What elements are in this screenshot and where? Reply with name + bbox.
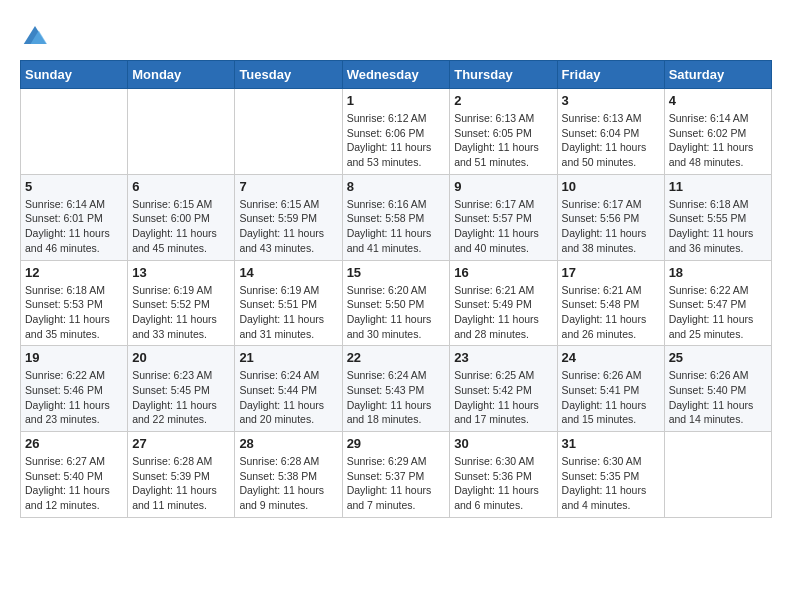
day-number: 22 xyxy=(347,350,446,365)
day-cell: 23Sunrise: 6:25 AM Sunset: 5:42 PM Dayli… xyxy=(450,346,557,432)
day-info: Sunrise: 6:13 AM Sunset: 6:05 PM Dayligh… xyxy=(454,111,552,170)
day-info: Sunrise: 6:22 AM Sunset: 5:47 PM Dayligh… xyxy=(669,283,767,342)
day-info: Sunrise: 6:21 AM Sunset: 5:48 PM Dayligh… xyxy=(562,283,660,342)
day-cell: 27Sunrise: 6:28 AM Sunset: 5:39 PM Dayli… xyxy=(128,432,235,518)
day-cell: 16Sunrise: 6:21 AM Sunset: 5:49 PM Dayli… xyxy=(450,260,557,346)
day-cell: 14Sunrise: 6:19 AM Sunset: 5:51 PM Dayli… xyxy=(235,260,342,346)
day-info: Sunrise: 6:30 AM Sunset: 5:36 PM Dayligh… xyxy=(454,454,552,513)
day-cell: 2Sunrise: 6:13 AM Sunset: 6:05 PM Daylig… xyxy=(450,89,557,175)
day-number: 11 xyxy=(669,179,767,194)
day-number: 3 xyxy=(562,93,660,108)
day-cell: 22Sunrise: 6:24 AM Sunset: 5:43 PM Dayli… xyxy=(342,346,450,432)
day-cell: 21Sunrise: 6:24 AM Sunset: 5:44 PM Dayli… xyxy=(235,346,342,432)
day-cell: 19Sunrise: 6:22 AM Sunset: 5:46 PM Dayli… xyxy=(21,346,128,432)
week-row-3: 12Sunrise: 6:18 AM Sunset: 5:53 PM Dayli… xyxy=(21,260,772,346)
day-number: 18 xyxy=(669,265,767,280)
logo-icon xyxy=(20,20,50,50)
calendar-header: SundayMondayTuesdayWednesdayThursdayFrid… xyxy=(21,61,772,89)
day-number: 17 xyxy=(562,265,660,280)
weekday-header-thursday: Thursday xyxy=(450,61,557,89)
day-cell: 25Sunrise: 6:26 AM Sunset: 5:40 PM Dayli… xyxy=(664,346,771,432)
day-cell: 1Sunrise: 6:12 AM Sunset: 6:06 PM Daylig… xyxy=(342,89,450,175)
day-cell: 9Sunrise: 6:17 AM Sunset: 5:57 PM Daylig… xyxy=(450,174,557,260)
day-cell: 30Sunrise: 6:30 AM Sunset: 5:36 PM Dayli… xyxy=(450,432,557,518)
weekday-header-sunday: Sunday xyxy=(21,61,128,89)
day-cell: 24Sunrise: 6:26 AM Sunset: 5:41 PM Dayli… xyxy=(557,346,664,432)
weekday-row: SundayMondayTuesdayWednesdayThursdayFrid… xyxy=(21,61,772,89)
day-cell: 29Sunrise: 6:29 AM Sunset: 5:37 PM Dayli… xyxy=(342,432,450,518)
day-info: Sunrise: 6:18 AM Sunset: 5:53 PM Dayligh… xyxy=(25,283,123,342)
day-info: Sunrise: 6:26 AM Sunset: 5:40 PM Dayligh… xyxy=(669,368,767,427)
day-number: 19 xyxy=(25,350,123,365)
day-info: Sunrise: 6:28 AM Sunset: 5:38 PM Dayligh… xyxy=(239,454,337,513)
day-number: 25 xyxy=(669,350,767,365)
logo xyxy=(20,20,56,50)
day-number: 1 xyxy=(347,93,446,108)
day-cell: 11Sunrise: 6:18 AM Sunset: 5:55 PM Dayli… xyxy=(664,174,771,260)
day-cell: 5Sunrise: 6:14 AM Sunset: 6:01 PM Daylig… xyxy=(21,174,128,260)
day-info: Sunrise: 6:12 AM Sunset: 6:06 PM Dayligh… xyxy=(347,111,446,170)
day-number: 9 xyxy=(454,179,552,194)
week-row-5: 26Sunrise: 6:27 AM Sunset: 5:40 PM Dayli… xyxy=(21,432,772,518)
day-info: Sunrise: 6:19 AM Sunset: 5:51 PM Dayligh… xyxy=(239,283,337,342)
day-number: 27 xyxy=(132,436,230,451)
day-info: Sunrise: 6:16 AM Sunset: 5:58 PM Dayligh… xyxy=(347,197,446,256)
day-cell xyxy=(21,89,128,175)
day-cell: 26Sunrise: 6:27 AM Sunset: 5:40 PM Dayli… xyxy=(21,432,128,518)
day-cell: 4Sunrise: 6:14 AM Sunset: 6:02 PM Daylig… xyxy=(664,89,771,175)
day-number: 8 xyxy=(347,179,446,194)
day-number: 21 xyxy=(239,350,337,365)
weekday-header-wednesday: Wednesday xyxy=(342,61,450,89)
day-number: 30 xyxy=(454,436,552,451)
day-cell: 13Sunrise: 6:19 AM Sunset: 5:52 PM Dayli… xyxy=(128,260,235,346)
day-cell: 15Sunrise: 6:20 AM Sunset: 5:50 PM Dayli… xyxy=(342,260,450,346)
day-number: 10 xyxy=(562,179,660,194)
day-number: 26 xyxy=(25,436,123,451)
day-info: Sunrise: 6:17 AM Sunset: 5:57 PM Dayligh… xyxy=(454,197,552,256)
day-number: 6 xyxy=(132,179,230,194)
day-info: Sunrise: 6:15 AM Sunset: 5:59 PM Dayligh… xyxy=(239,197,337,256)
day-number: 16 xyxy=(454,265,552,280)
day-info: Sunrise: 6:23 AM Sunset: 5:45 PM Dayligh… xyxy=(132,368,230,427)
day-cell: 28Sunrise: 6:28 AM Sunset: 5:38 PM Dayli… xyxy=(235,432,342,518)
day-number: 4 xyxy=(669,93,767,108)
day-number: 23 xyxy=(454,350,552,365)
day-info: Sunrise: 6:14 AM Sunset: 6:02 PM Dayligh… xyxy=(669,111,767,170)
day-info: Sunrise: 6:13 AM Sunset: 6:04 PM Dayligh… xyxy=(562,111,660,170)
page-header xyxy=(20,20,772,50)
day-number: 28 xyxy=(239,436,337,451)
day-number: 12 xyxy=(25,265,123,280)
day-cell xyxy=(664,432,771,518)
day-number: 20 xyxy=(132,350,230,365)
day-number: 15 xyxy=(347,265,446,280)
day-info: Sunrise: 6:14 AM Sunset: 6:01 PM Dayligh… xyxy=(25,197,123,256)
day-cell: 10Sunrise: 6:17 AM Sunset: 5:56 PM Dayli… xyxy=(557,174,664,260)
day-cell: 6Sunrise: 6:15 AM Sunset: 6:00 PM Daylig… xyxy=(128,174,235,260)
day-cell: 12Sunrise: 6:18 AM Sunset: 5:53 PM Dayli… xyxy=(21,260,128,346)
day-cell: 31Sunrise: 6:30 AM Sunset: 5:35 PM Dayli… xyxy=(557,432,664,518)
weekday-header-friday: Friday xyxy=(557,61,664,89)
day-info: Sunrise: 6:25 AM Sunset: 5:42 PM Dayligh… xyxy=(454,368,552,427)
calendar-body: 1Sunrise: 6:12 AM Sunset: 6:06 PM Daylig… xyxy=(21,89,772,518)
day-info: Sunrise: 6:27 AM Sunset: 5:40 PM Dayligh… xyxy=(25,454,123,513)
day-cell: 3Sunrise: 6:13 AM Sunset: 6:04 PM Daylig… xyxy=(557,89,664,175)
day-info: Sunrise: 6:29 AM Sunset: 5:37 PM Dayligh… xyxy=(347,454,446,513)
weekday-header-monday: Monday xyxy=(128,61,235,89)
day-cell xyxy=(235,89,342,175)
day-info: Sunrise: 6:30 AM Sunset: 5:35 PM Dayligh… xyxy=(562,454,660,513)
day-info: Sunrise: 6:15 AM Sunset: 6:00 PM Dayligh… xyxy=(132,197,230,256)
day-info: Sunrise: 6:18 AM Sunset: 5:55 PM Dayligh… xyxy=(669,197,767,256)
day-info: Sunrise: 6:28 AM Sunset: 5:39 PM Dayligh… xyxy=(132,454,230,513)
day-cell: 20Sunrise: 6:23 AM Sunset: 5:45 PM Dayli… xyxy=(128,346,235,432)
day-info: Sunrise: 6:22 AM Sunset: 5:46 PM Dayligh… xyxy=(25,368,123,427)
day-cell: 17Sunrise: 6:21 AM Sunset: 5:48 PM Dayli… xyxy=(557,260,664,346)
day-number: 31 xyxy=(562,436,660,451)
day-info: Sunrise: 6:21 AM Sunset: 5:49 PM Dayligh… xyxy=(454,283,552,342)
day-info: Sunrise: 6:20 AM Sunset: 5:50 PM Dayligh… xyxy=(347,283,446,342)
day-number: 5 xyxy=(25,179,123,194)
day-number: 29 xyxy=(347,436,446,451)
day-info: Sunrise: 6:19 AM Sunset: 5:52 PM Dayligh… xyxy=(132,283,230,342)
day-number: 24 xyxy=(562,350,660,365)
day-cell xyxy=(128,89,235,175)
day-number: 13 xyxy=(132,265,230,280)
